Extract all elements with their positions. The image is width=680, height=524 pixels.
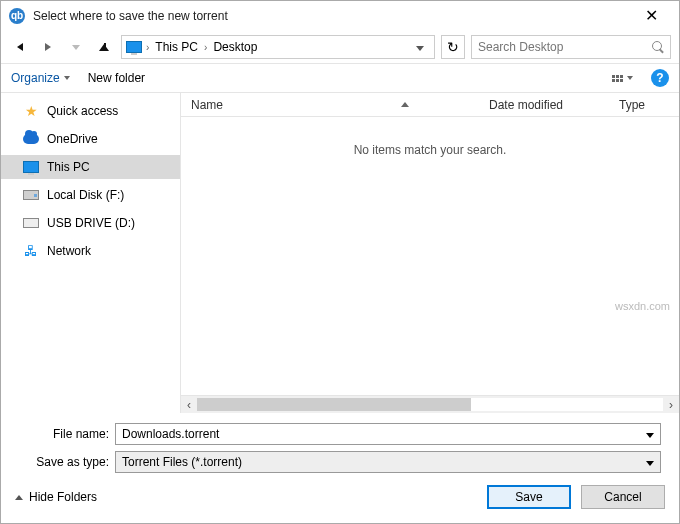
dialog-body: ★ Quick access OneDrive This PC Local Di… — [1, 93, 679, 413]
scroll-thumb[interactable] — [197, 398, 471, 411]
sidebar-item-label: This PC — [47, 160, 90, 174]
help-button[interactable]: ? — [651, 69, 669, 87]
sidebar-item-label: OneDrive — [47, 132, 98, 146]
file-name-label: File name: — [19, 427, 109, 441]
cancel-button[interactable]: Cancel — [581, 485, 665, 509]
empty-state: No items match your search. — [181, 117, 679, 395]
save-dialog: qb Select where to save the new torrent … — [0, 0, 680, 524]
recent-dropdown[interactable] — [65, 36, 87, 58]
filename-form: File name: Downloads.torrent Save as typ… — [1, 413, 679, 477]
save-button[interactable]: Save — [487, 485, 571, 509]
column-name[interactable]: Name — [181, 98, 479, 112]
new-folder-button[interactable]: New folder — [88, 71, 145, 85]
view-icon — [612, 75, 623, 82]
refresh-icon: ↻ — [447, 40, 459, 54]
pc-icon — [23, 159, 39, 175]
save-type-label: Save as type: — [19, 455, 109, 469]
back-button[interactable] — [9, 36, 31, 58]
file-name-value: Downloads.torrent — [122, 427, 219, 441]
address-dropdown[interactable] — [410, 40, 430, 54]
refresh-button[interactable]: ↻ — [441, 35, 465, 59]
sidebar-item-network[interactable]: 🖧 Network — [1, 239, 180, 263]
usb-icon — [23, 215, 39, 231]
hide-folders-label: Hide Folders — [29, 490, 97, 504]
sidebar-item-quick-access[interactable]: ★ Quick access — [1, 99, 180, 123]
chevron-down-icon[interactable] — [646, 455, 654, 469]
sidebar-item-label: USB DRIVE (D:) — [47, 216, 135, 230]
breadcrumb-this-pc[interactable]: This PC — [153, 40, 200, 54]
save-type-value: Torrent Files (*.torrent) — [122, 455, 242, 469]
sidebar: ★ Quick access OneDrive This PC Local Di… — [1, 93, 181, 413]
chevron-down-icon — [64, 76, 70, 80]
organize-menu[interactable]: Organize — [11, 71, 70, 85]
organize-label: Organize — [11, 71, 60, 85]
column-date-modified[interactable]: Date modified — [479, 98, 609, 112]
close-button[interactable]: ✕ — [631, 1, 671, 31]
disk-icon — [23, 187, 39, 203]
forward-button — [37, 36, 59, 58]
network-icon: 🖧 — [23, 243, 39, 259]
window-title: Select where to save the new torrent — [33, 9, 631, 23]
sidebar-item-this-pc[interactable]: This PC — [1, 155, 180, 179]
sort-asc-icon — [401, 102, 409, 107]
titlebar: qb Select where to save the new torrent … — [1, 1, 679, 31]
forward-icon — [45, 43, 51, 51]
sidebar-item-local-disk[interactable]: Local Disk (F:) — [1, 183, 180, 207]
dialog-footer: Hide Folders Save Cancel — [1, 477, 679, 523]
file-name-input[interactable]: Downloads.torrent — [115, 423, 661, 445]
chevron-down-icon — [627, 76, 633, 80]
toolbar: Organize New folder ? — [1, 63, 679, 93]
back-icon — [17, 43, 23, 51]
chevron-down-icon — [72, 45, 80, 50]
sidebar-item-usb-drive[interactable]: USB DRIVE (D:) — [1, 211, 180, 235]
cloud-icon — [23, 131, 39, 147]
search-icon — [652, 41, 664, 53]
file-list-area: Name Date modified Type No items match y… — [181, 93, 679, 413]
sidebar-item-label: Quick access — [47, 104, 118, 118]
scroll-right-button[interactable]: › — [663, 396, 679, 413]
sidebar-item-onedrive[interactable]: OneDrive — [1, 127, 180, 151]
up-icon — [99, 44, 109, 51]
search-input[interactable]: Search Desktop — [471, 35, 671, 59]
chevron-right-icon: › — [204, 42, 207, 53]
pc-icon — [126, 41, 142, 53]
sidebar-item-label: Network — [47, 244, 91, 258]
horizontal-scrollbar[interactable]: ‹ › — [181, 395, 679, 413]
app-icon: qb — [9, 8, 25, 24]
nav-row: › This PC › Desktop ↻ Search Desktop — [1, 31, 679, 63]
chevron-down-icon — [416, 46, 424, 51]
chevron-up-icon — [15, 495, 23, 500]
column-type[interactable]: Type — [609, 98, 679, 112]
chevron-down-icon[interactable] — [646, 427, 654, 441]
hide-folders-toggle[interactable]: Hide Folders — [15, 490, 97, 504]
chevron-right-icon: › — [146, 42, 149, 53]
column-headers: Name Date modified Type — [181, 93, 679, 117]
star-icon: ★ — [23, 103, 39, 119]
sidebar-item-label: Local Disk (F:) — [47, 188, 124, 202]
breadcrumb-desktop[interactable]: Desktop — [211, 40, 259, 54]
address-bar[interactable]: › This PC › Desktop — [121, 35, 435, 59]
view-options[interactable] — [612, 75, 633, 82]
search-placeholder: Search Desktop — [478, 40, 563, 54]
up-button[interactable] — [93, 36, 115, 58]
empty-message: No items match your search. — [354, 143, 507, 157]
save-type-select[interactable]: Torrent Files (*.torrent) — [115, 451, 661, 473]
scroll-left-button[interactable]: ‹ — [181, 396, 197, 413]
